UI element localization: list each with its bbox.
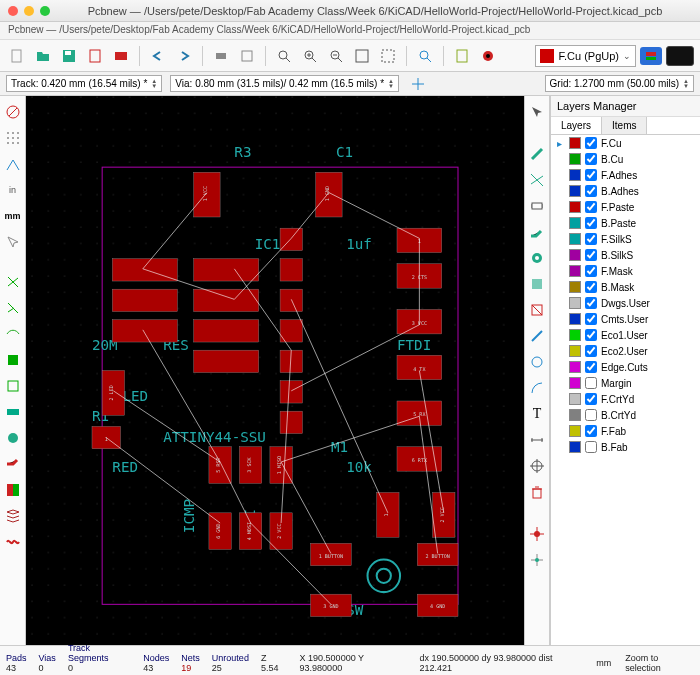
layer-visibility-checkbox[interactable] [585,169,597,181]
layer-row[interactable]: Eco2.User [551,343,700,359]
layer-row[interactable]: Edge.Cuts [551,359,700,375]
3d-viewer-icon[interactable] [666,46,694,66]
layer-visibility-checkbox[interactable] [585,281,597,293]
layer-row[interactable]: B.Paste [551,215,700,231]
layer-row[interactable]: B.CrtYd [551,407,700,423]
layer-row[interactable]: Eco1.User [551,327,700,343]
select-tool-icon[interactable] [527,102,547,122]
cursor-shape-icon[interactable] [3,232,23,252]
units-in-icon[interactable]: in [3,180,23,200]
layer-visibility-checkbox[interactable] [585,345,597,357]
auto-track-icon[interactable] [407,73,429,95]
layer-pair-icon[interactable] [640,47,662,65]
drc-icon[interactable] [477,45,499,67]
grid-select[interactable]: Grid: 1.2700 mm (50.00 mils) ▲▼ [545,75,694,92]
new-icon[interactable] [6,45,28,67]
zoom-redraw-icon[interactable] [273,45,295,67]
via-fill-icon[interactable] [3,428,23,448]
layer-visibility-checkbox[interactable] [585,377,597,389]
layer-visibility-checkbox[interactable] [585,233,597,245]
highlight-net-icon[interactable] [527,144,547,164]
find-icon[interactable] [414,45,436,67]
pcb-canvas[interactable]: R3 C1 IC1 1uf 20M RES LED D1 ATTINY44-SS… [26,96,524,645]
add-footprint-icon[interactable] [527,196,547,216]
layer-selector[interactable]: F.Cu (PgUp) ⌄ [535,45,636,67]
show-zone-outlines-icon[interactable] [3,376,23,396]
layer-visibility-checkbox[interactable] [585,361,597,373]
zoom-out-icon[interactable] [325,45,347,67]
layer-visibility-checkbox[interactable] [585,217,597,229]
layer-visibility-checkbox[interactable] [585,425,597,437]
delete-icon[interactable] [527,482,547,502]
layer-visibility-checkbox[interactable] [585,297,597,309]
track-width-select[interactable]: Track: 0.420 mm (16.54 mils) * ▲▼ [6,75,162,92]
add-target-icon[interactable] [527,456,547,476]
grid-origin-icon[interactable] [527,550,547,570]
layer-visibility-checkbox[interactable] [585,137,597,149]
layer-row[interactable]: B.SilkS [551,247,700,263]
page-settings-icon[interactable] [84,45,106,67]
layer-row[interactable]: B.Cu [551,151,700,167]
module-editor-icon[interactable] [110,45,132,67]
redo-icon[interactable] [173,45,195,67]
via-size-select[interactable]: Via: 0.80 mm (31.5 mils)/ 0.42 mm (16.5 … [170,75,399,92]
maximize-icon[interactable] [40,6,50,16]
add-line-icon[interactable] [527,326,547,346]
layers-palette-icon[interactable] [3,506,23,526]
layer-row[interactable]: B.Mask [551,279,700,295]
layer-visibility-checkbox[interactable] [585,265,597,277]
layer-row[interactable]: Dwgs.User [551,295,700,311]
layer-visibility-checkbox[interactable] [585,201,597,213]
undo-icon[interactable] [147,45,169,67]
add-zone-icon[interactable] [527,274,547,294]
tab-items[interactable]: Items [602,117,647,134]
layer-row[interactable]: B.Adhes [551,183,700,199]
print-icon[interactable] [210,45,232,67]
show-filled-zones-icon[interactable] [3,350,23,370]
tab-layers[interactable]: Layers [551,117,602,134]
layer-visibility-checkbox[interactable] [585,249,597,261]
zoom-in-icon[interactable] [299,45,321,67]
layer-visibility-checkbox[interactable] [585,313,597,325]
add-keepout-icon[interactable] [527,300,547,320]
zoom-selection-icon[interactable] [377,45,399,67]
polar-coord-icon[interactable] [3,154,23,174]
units-mm-icon[interactable]: mm [3,206,23,226]
minimize-icon[interactable] [24,6,34,16]
route-track-icon[interactable] [527,222,547,242]
ratsnest-module-icon[interactable] [3,298,23,318]
pad-fill-icon[interactable] [3,402,23,422]
layer-row[interactable]: Margin [551,375,700,391]
layer-row[interactable]: F.CrtYd [551,391,700,407]
zoom-fit-icon[interactable] [351,45,373,67]
layer-visibility-checkbox[interactable] [585,153,597,165]
layer-row[interactable]: ▸F.Cu [551,135,700,151]
local-ratsnest-icon[interactable] [527,170,547,190]
layer-row[interactable]: Cmts.User [551,311,700,327]
add-circle-icon[interactable] [527,352,547,372]
layer-visibility-checkbox[interactable] [585,441,597,453]
set-origin-icon[interactable] [527,524,547,544]
layer-row[interactable]: F.Paste [551,199,700,215]
plot-icon[interactable] [236,45,258,67]
layer-visibility-checkbox[interactable] [585,329,597,341]
add-arc-icon[interactable] [527,378,547,398]
layer-visibility-checkbox[interactable] [585,409,597,421]
layer-row[interactable]: F.Fab [551,423,700,439]
layer-row[interactable]: F.SilkS [551,231,700,247]
layer-visibility-checkbox[interactable] [585,185,597,197]
add-text-icon[interactable]: T [527,404,547,424]
add-via-icon[interactable] [527,248,547,268]
track-fill-icon[interactable] [3,454,23,474]
grid-toggle-icon[interactable] [3,128,23,148]
layer-row[interactable]: F.Adhes [551,167,700,183]
high-contrast-icon[interactable] [3,480,23,500]
open-icon[interactable] [32,45,54,67]
layer-row[interactable]: F.Mask [551,263,700,279]
microwave-toolbar-icon[interactable] [3,532,23,552]
auto-delete-track-icon[interactable] [3,324,23,344]
ratsnest-toggle-icon[interactable] [3,272,23,292]
layer-visibility-checkbox[interactable] [585,393,597,405]
add-dimension-icon[interactable] [527,430,547,450]
netlist-icon[interactable] [451,45,473,67]
